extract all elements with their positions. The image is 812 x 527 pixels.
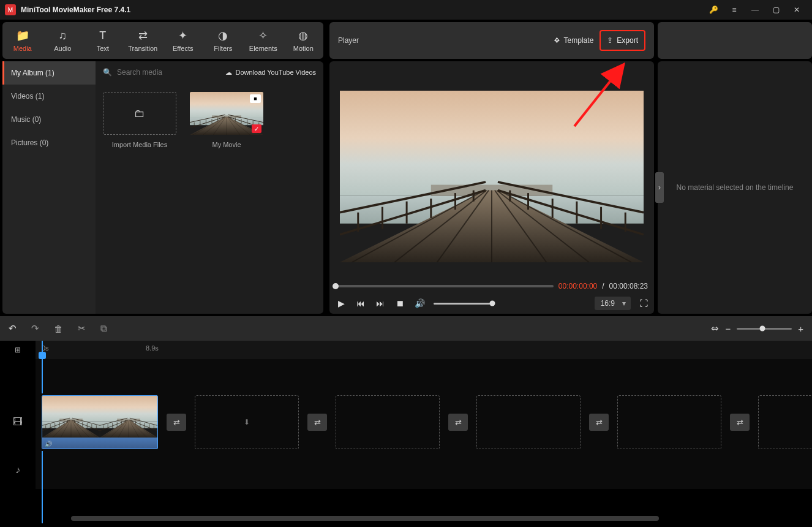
empty-clip-slot[interactable] xyxy=(336,395,440,449)
import-media-tile[interactable]: 🗀 Import Media Files xyxy=(103,92,176,148)
clip-label: My Movie xyxy=(212,141,241,148)
export-icon: ⇪ xyxy=(607,36,613,45)
search-input[interactable] xyxy=(117,68,220,77)
transition-slot[interactable]: ⇄ xyxy=(448,414,468,431)
menu-icon[interactable]: ≡ xyxy=(724,0,745,20)
album-my-album[interactable]: My Album (1) xyxy=(2,61,96,85)
properties-header xyxy=(658,22,812,59)
close-button[interactable]: ✕ xyxy=(786,0,807,20)
time-separator: / xyxy=(602,282,604,290)
undo-button[interactable]: ↶ xyxy=(9,323,17,334)
volume-slider[interactable] xyxy=(434,303,492,305)
tab-transition[interactable]: ⇄ Transition xyxy=(123,22,164,59)
no-selection-message: No material selected on the timeline xyxy=(677,183,794,192)
motion-icon: ◍ xyxy=(298,29,308,42)
overlay-track[interactable] xyxy=(36,359,812,393)
tab-filters[interactable]: ◑ Filters xyxy=(203,22,244,59)
preview-panel: 00:00:00:00 / 00:00:08:23 ▶ ⏮ ⏭ ⏹ 🔊 16:9… xyxy=(329,61,654,314)
add-track-button[interactable]: ⊞ xyxy=(0,341,36,359)
ruler-mark: 8.9s xyxy=(146,344,159,352)
panel-collapse-handle[interactable]: › xyxy=(655,172,664,203)
volume-icon[interactable]: 🔊 xyxy=(414,298,425,308)
tab-label: Audio xyxy=(54,45,71,52)
tab-text[interactable]: T Text xyxy=(83,22,123,59)
crop-button[interactable]: ⧉ xyxy=(100,323,107,334)
tab-label: Effects xyxy=(173,45,193,52)
tab-media[interactable]: 📁 Media xyxy=(2,22,43,59)
stop-button[interactable]: ⏹ xyxy=(394,298,405,308)
split-button[interactable]: ✂ xyxy=(78,323,86,334)
album-videos[interactable]: Videos (1) xyxy=(2,85,96,108)
time-duration: 00:00:08:23 xyxy=(609,282,648,290)
empty-clip-slot[interactable] xyxy=(617,395,721,449)
zoom-slider[interactable] xyxy=(737,328,792,330)
preview-viewport xyxy=(336,77,648,276)
transition-slot[interactable]: ⇄ xyxy=(589,414,609,431)
folder-icon: 🗀 xyxy=(134,107,145,120)
prev-frame-button[interactable]: ⏮ xyxy=(355,298,366,308)
titlebar: M MiniTool MovieMaker Free 7.4.1 🔑 ≡ — ▢… xyxy=(0,0,812,20)
transition-slot[interactable]: ⇄ xyxy=(730,414,750,431)
tab-elements[interactable]: ✧ Elements xyxy=(243,22,284,59)
transition-slot[interactable]: ⇄ xyxy=(167,414,186,431)
filters-icon: ◑ xyxy=(218,29,228,42)
tab-label: Elements xyxy=(249,45,277,52)
maximize-button[interactable]: ▢ xyxy=(765,0,786,20)
tab-label: Media xyxy=(13,45,32,52)
tab-label: Transition xyxy=(128,45,157,52)
preview-image xyxy=(340,91,644,262)
empty-clip-slot[interactable] xyxy=(476,395,581,449)
player-title: Player xyxy=(338,36,547,45)
audio-icon: ♫ xyxy=(59,29,67,42)
play-button[interactable]: ▶ xyxy=(336,298,347,308)
template-button[interactable]: ❖ Template xyxy=(554,36,594,45)
redo-button[interactable]: ↷ xyxy=(31,323,39,334)
overlay-track-icon xyxy=(0,359,36,393)
transition-slot[interactable]: ⇄ xyxy=(307,414,327,431)
elements-icon: ✧ xyxy=(258,29,268,42)
timeline: ⊞ 🎞 ♪ 0s 8.9s 🔊 ⇄ ⬇ ⇄ ⇄ ⇄ xyxy=(0,341,812,523)
album-pictures[interactable]: Pictures (0) xyxy=(2,131,96,154)
media-area: 🔍 ☁ Download YouTube Videos 🗀 Import Med… xyxy=(96,61,323,314)
tab-label: Motion xyxy=(293,45,314,52)
search-icon: 🔍 xyxy=(103,68,112,77)
delete-button[interactable]: 🗑 xyxy=(54,324,63,334)
layers-icon: ❖ xyxy=(554,36,560,45)
time-current: 00:00:00:00 xyxy=(558,282,597,290)
export-button[interactable]: ⇪ Export xyxy=(600,30,645,51)
add-clip-icon: ⬇ xyxy=(244,418,250,427)
music-track[interactable] xyxy=(36,451,812,489)
key-icon[interactable]: 🔑 xyxy=(703,0,724,20)
tab-label: Filters xyxy=(214,45,232,52)
tab-motion[interactable]: ◍ Motion xyxy=(284,22,324,59)
album-music[interactable]: Music (0) xyxy=(2,108,96,131)
next-frame-button[interactable]: ⏭ xyxy=(375,298,386,308)
app-logo: M xyxy=(5,4,16,15)
zoom-in-button[interactable]: + xyxy=(798,324,803,334)
minimize-button[interactable]: — xyxy=(745,0,765,20)
clip-audio-icon: 🔊 xyxy=(45,441,52,447)
empty-clip-slot[interactable]: ⬇ xyxy=(195,395,299,449)
timeline-ruler[interactable]: 0s 8.9s xyxy=(36,341,812,359)
aspect-ratio-select[interactable]: 16:9 xyxy=(595,297,631,310)
tab-audio[interactable]: ♫ Audio xyxy=(43,22,83,59)
empty-clip-slot[interactable] xyxy=(758,395,812,449)
video-track[interactable]: 🔊 ⇄ ⬇ ⇄ ⇄ ⇄ ⇄ xyxy=(36,393,812,451)
playback-timebar: 00:00:00:00 / 00:00:08:23 xyxy=(336,282,648,290)
seek-slider[interactable] xyxy=(336,285,554,287)
fit-timeline-button[interactable]: ⇔ xyxy=(711,323,719,334)
properties-panel: › No material selected on the timeline xyxy=(658,61,812,314)
tab-label: Text xyxy=(97,45,109,52)
download-youtube-button[interactable]: ☁ Download YouTube Videos xyxy=(225,69,317,77)
fullscreen-button[interactable]: ⛶ xyxy=(639,298,648,308)
player-header: Player ❖ Template ⇪ Export xyxy=(329,22,654,59)
media-clip-tile[interactable]: ■ ✓ My Movie xyxy=(190,92,263,148)
text-icon: T xyxy=(99,29,106,42)
app-title: MiniTool MovieMaker Free 7.4.1 xyxy=(21,6,130,14)
tab-effects[interactable]: ✦ Effects xyxy=(163,22,203,59)
music-track-icon: ♪ xyxy=(0,451,36,489)
timeline-scrollbar[interactable] xyxy=(71,516,806,521)
cloud-download-icon: ☁ xyxy=(225,69,232,77)
timeline-clip[interactable]: 🔊 xyxy=(42,395,158,449)
zoom-out-button[interactable]: − xyxy=(725,324,731,334)
